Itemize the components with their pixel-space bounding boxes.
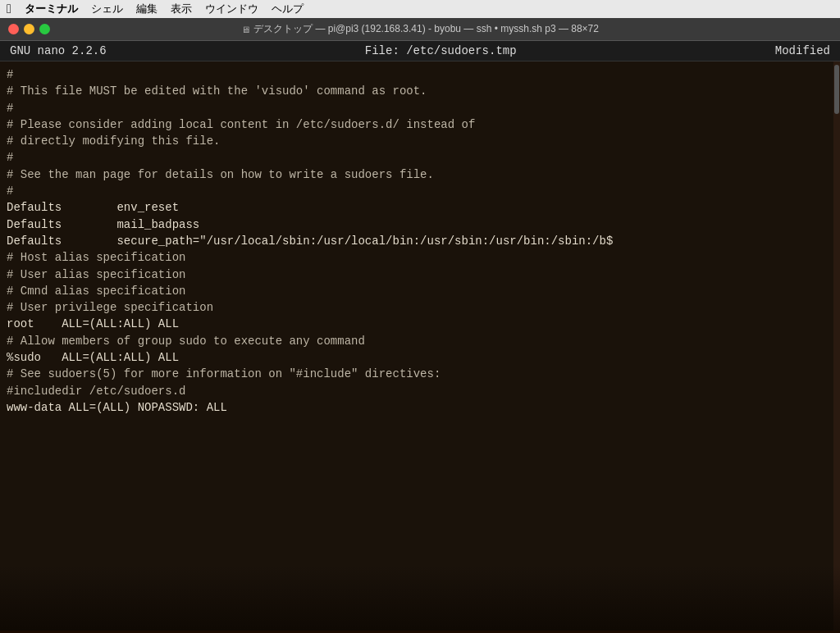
window-title: 🖥 デスクトップ — pi@pi3 (192.168.3.41) - byobu… bbox=[241, 22, 599, 36]
close-button[interactable] bbox=[8, 24, 19, 34]
menu-terminal[interactable]: ターミナル bbox=[25, 2, 78, 16]
maximize-button[interactable] bbox=[39, 24, 50, 34]
line-18: # User privilege specification bbox=[7, 299, 830, 316]
line-5: # bbox=[7, 149, 830, 166]
line-19: root ALL=(ALL:ALL) ALL bbox=[7, 316, 830, 332]
line-4: # directly modifying this file. bbox=[7, 133, 830, 149]
line-14: # User alias specification bbox=[7, 266, 830, 283]
line-26: #includedir /etc/sudoers.d bbox=[7, 383, 830, 399]
title-text: デスクトップ — pi@pi3 (192.168.3.41) - byobu —… bbox=[253, 22, 599, 36]
menu-shell[interactable]: シェル bbox=[91, 2, 123, 16]
line-28: www-data ALL=(ALL) NOPASSWD: ALL bbox=[7, 399, 830, 416]
terminal-content[interactable]: ## This file MUST be edited with the 'vi… bbox=[0, 61, 840, 631]
apple-menu[interactable]:  bbox=[7, 2, 11, 16]
nano-modified: Modified bbox=[775, 44, 830, 57]
nano-version: GNU nano 2.2.6 bbox=[10, 44, 107, 57]
line-21: # Allow members of group sudo to execute… bbox=[7, 333, 830, 349]
line-6: # See the man page for details on how to… bbox=[7, 166, 830, 183]
line-7: # bbox=[7, 183, 830, 199]
line-1: # This file MUST be edited with the 'vis… bbox=[7, 83, 830, 99]
bottom-overlay bbox=[0, 565, 840, 631]
line-2: # bbox=[7, 100, 830, 116]
line-9: Defaults mail_badpass bbox=[7, 216, 830, 233]
line-22: %sudo ALL=(ALL:ALL) ALL bbox=[7, 349, 830, 366]
menu-help[interactable]: ヘルプ bbox=[272, 2, 304, 16]
line-8: Defaults env_reset bbox=[7, 199, 830, 216]
line-10: Defaults secure_path="/usr/local/sbin:/u… bbox=[7, 233, 830, 249]
window-controls bbox=[8, 24, 50, 34]
menubar:  ターミナル シェル 編集 表示 ウインドウ ヘルプ bbox=[0, 0, 840, 18]
scrollbar[interactable] bbox=[833, 61, 840, 631]
menu-window[interactable]: ウインドウ bbox=[205, 2, 258, 16]
line-3: # Please consider adding local content i… bbox=[7, 116, 830, 133]
minimize-button[interactable] bbox=[24, 24, 34, 34]
terminal-lines: ## This file MUST be edited with the 'vi… bbox=[7, 66, 830, 416]
line-12: # Host alias specification bbox=[7, 249, 830, 266]
nano-filename: File: /etc/sudoers.tmp bbox=[365, 44, 517, 57]
scrollbar-thumb[interactable] bbox=[834, 65, 839, 114]
nano-header: GNU nano 2.2.6 File: /etc/sudoers.tmp Mo… bbox=[0, 41, 840, 61]
menu-edit[interactable]: 編集 bbox=[136, 2, 158, 16]
line-0: # bbox=[7, 66, 830, 83]
line-16: # Cmnd alias specification bbox=[7, 283, 830, 299]
titlebar: 🖥 デスクトップ — pi@pi3 (192.168.3.41) - byobu… bbox=[0, 18, 840, 41]
menu-view[interactable]: 表示 bbox=[171, 2, 192, 16]
monitor-icon: 🖥 bbox=[241, 25, 250, 34]
line-24: # See sudoers(5) for more information on… bbox=[7, 366, 830, 382]
